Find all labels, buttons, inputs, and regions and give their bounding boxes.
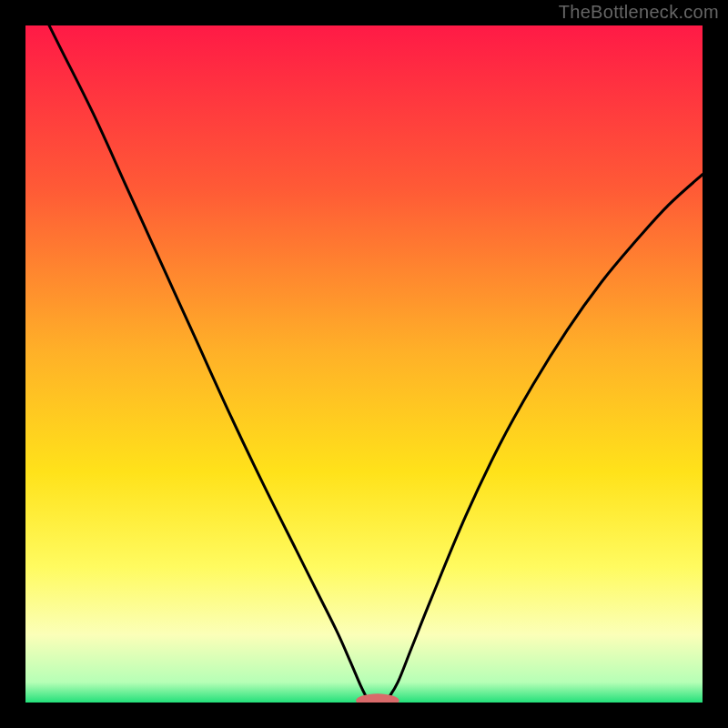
plot-area bbox=[25, 25, 703, 703]
chart-root: TheBottleneck.com bbox=[0, 0, 728, 728]
plot-background bbox=[25, 25, 703, 703]
chart-svg bbox=[25, 25, 703, 703]
brand-watermark: TheBottleneck.com bbox=[559, 2, 719, 23]
